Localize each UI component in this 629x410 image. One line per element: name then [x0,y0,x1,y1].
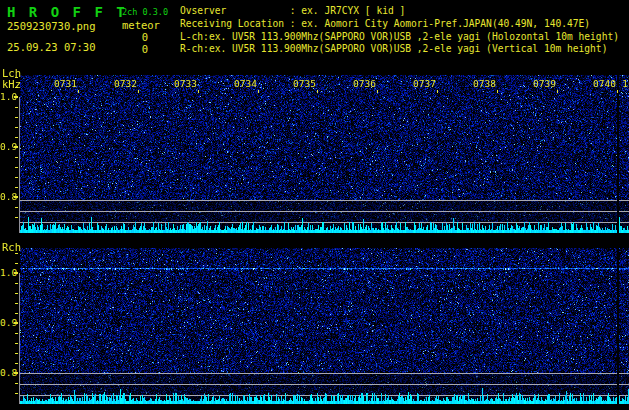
freq-tick-minor [15,177,18,178]
freq-tick-major [14,272,18,274]
time-label: 0731 [53,78,77,89]
time-tick-mark [317,90,318,93]
time-label: 0740 [592,78,616,89]
freq-tick-minor [15,353,18,354]
freq-label: 0.9 [0,317,15,328]
freq-label: 0.9 [0,141,15,152]
freq-tick-major [14,196,18,198]
freq-tick-major [14,146,18,148]
freq-tick-minor [15,263,18,264]
time-tick-mark [78,90,79,93]
freq-label: 0.8 [0,367,15,378]
version-label: 2ch 0.3.0 [122,7,168,17]
receiving-location-line: Receiving Location : ex. Aomori City Aom… [180,18,590,30]
freq-tick-minor [15,207,18,208]
lch-receiver-line: L-ch:ex. UV5R 113.900Mhz(SAPPORO VOR)USB… [180,31,619,43]
freq-tick-major [14,372,18,374]
rch-receiver-line: R-ch:ex. UV5R 113.900Mhz(SAPPORO VOR)USB… [180,43,607,55]
time-label: 0733 [173,78,197,89]
freq-tick-minor [15,167,18,168]
freq-tick-minor [15,293,18,294]
freq-tick-minor [15,303,18,304]
time-label: 0739 [532,78,556,89]
freq-label: 0.8 [0,191,15,202]
time-tick-mark [437,90,438,93]
rch-spectrogram [20,248,629,404]
freq-tick-minor [15,383,18,384]
freq-tick-minor [15,137,18,138]
time-tick-mark [377,90,378,93]
freq-tick-minor [15,333,18,334]
freq-tick-minor [15,127,18,128]
time-tick-mark [138,90,139,93]
khz-unit-label: kHz [2,78,21,90]
freq-tick-minor [15,313,18,314]
mode-label: meteor [122,19,160,31]
freq-tick-minor [15,77,18,78]
freq-tick-minor [15,117,18,118]
freq-tick-minor [15,107,18,108]
freq-tick-minor [15,393,18,394]
freq-label: 1.0 [0,267,15,278]
freq-tick-major [14,322,18,324]
freq-tick-minor [15,87,18,88]
time-tick-mark [258,90,259,93]
time-tick-mark [497,90,498,93]
time-label: 0732 [113,78,137,89]
observer-line: Ovserver : ex. JR7CYX [ kid ] [180,5,405,17]
freq-tick-minor [15,157,18,158]
datetime-label: 25.09.23 07:30 [7,41,96,53]
freq-tick-major [14,96,18,98]
time-label: 0737 [412,78,436,89]
time-tick-mark [198,90,199,93]
frequency-axis-line [19,273,20,404]
time-label: 0735 [292,78,316,89]
filename-label: 2509230730.png [7,20,96,32]
time-label: 0736 [352,78,376,89]
time-label: 0738 [472,78,496,89]
time-tick-mark [557,90,558,93]
rch-channel-label: Rch [2,241,21,253]
app-title: H R O F F T [7,4,127,20]
meteor-count-top: 0 [118,31,148,43]
freq-tick-minor [15,343,18,344]
meteor-count-bottom: 0 [118,43,148,55]
hrofft-output-image: H R O F F T 2ch 0.3.0 2509230730.png met… [0,0,629,410]
lch-spectrogram [20,75,629,233]
time-label: 0734 [233,78,257,89]
freq-tick-minor [15,253,18,254]
frequency-axis-line [19,97,20,233]
time-tick-mark [617,90,618,93]
freq-tick-minor [15,217,18,218]
freq-label: 1.0 [0,91,15,102]
freq-tick-minor [15,283,18,284]
freq-tick-minor [15,363,18,364]
freq-tick-minor [15,187,18,188]
